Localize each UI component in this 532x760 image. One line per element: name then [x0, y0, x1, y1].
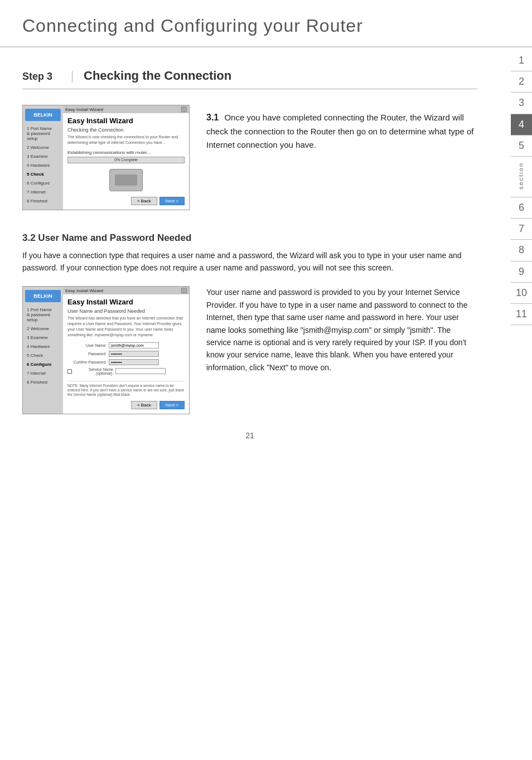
wizard-sidebar-item-2: 2 Welcome: [25, 144, 61, 151]
wizard-titlebar-text-2: Easy Install Wizard: [65, 288, 103, 293]
main-content: Step 3 Checking the Connection BELKIN 1 …: [0, 47, 511, 462]
form-row-username: User Name:: [67, 342, 185, 348]
tab-7[interactable]: 7: [511, 219, 532, 240]
wizard-buttons-2: < Back Next >: [67, 398, 185, 409]
page-title: Connecting and Configuring your Router: [22, 16, 510, 36]
wizard-back-btn-2[interactable]: < Back: [131, 401, 157, 409]
wizard-sidebar-item-4: 4 Hardware: [25, 162, 61, 169]
wizard-sidebar-item-5: 5 Check: [25, 171, 61, 178]
wizard-sidebar2-item-5: 5 Check: [25, 352, 61, 359]
wizard-sidebar2-item-6: 6 Configure: [25, 361, 61, 368]
wizard-titlebar-1: Easy Install Wizard: [63, 105, 189, 113]
form-label-confirm: Confirm Password:: [67, 360, 107, 364]
right-tabs: 1 2 3 4 5 section 6 7 8 9 10 11: [511, 50, 532, 325]
service-name-row: Service Name (optional):: [67, 367, 185, 375]
wizard-note-2: NOTE: Many Internet Providers don't requ…: [67, 381, 185, 398]
wizard-sidebar2-item-2: 2 Welcome: [25, 325, 61, 332]
step-31-paragraph: 3.1 Once you have completed connecting t…: [206, 110, 477, 152]
step-31-body: Once you have completed connecting the R…: [206, 113, 473, 149]
wizard-sidebar-1: BELKIN 1 Port Name& password setup 2 Wel…: [23, 105, 63, 210]
wizard-mockup-1: BELKIN 1 Port Name& password setup 2 Wel…: [22, 105, 190, 210]
form-input-confirm[interactable]: [109, 359, 159, 365]
section-32: 3.2 User Name and Password Needed If you…: [22, 233, 477, 414]
wizard-sidebar-item-6: 6 Configure: [25, 180, 61, 187]
wizard-sidebar2-item-3: 3 Examine: [25, 334, 61, 341]
section-32-title: 3.2 User Name and Password Needed: [22, 233, 477, 244]
wizard-next-btn-1[interactable]: Next >: [159, 197, 185, 205]
service-name-label: Service Name (optional):: [74, 367, 113, 375]
wizard-progress-bar-1: 0% Complete: [67, 157, 185, 163]
form-label-password: Password:: [67, 352, 107, 356]
wizard-titlebar-text-1: Easy Install Wizard: [65, 107, 103, 112]
form-row-password: Password:: [67, 351, 185, 357]
form-input-service[interactable]: [115, 368, 166, 374]
wizard-sidebar-item-8: 8 Finished: [25, 197, 61, 205]
form-input-username[interactable]: [109, 342, 159, 348]
step-31-text-block: 3.1 Once you have completed connecting t…: [206, 105, 477, 210]
tab-4[interactable]: 4: [511, 114, 532, 135]
wizard-sidebar-item-3: 3 Examine: [25, 153, 61, 160]
wizard-close-btn-1[interactable]: [181, 107, 187, 112]
wizard-back-btn-1[interactable]: < Back: [131, 197, 157, 205]
wizard-desc-1: The Wizard is now checking the connectio…: [67, 134, 185, 146]
wizard-sidebar-logo-2: BELKIN: [25, 290, 61, 302]
wizard-progress-label-1: Establishing communications with router.…: [67, 150, 185, 155]
service-name-checkbox[interactable]: [67, 369, 72, 374]
tab-2[interactable]: 2: [511, 71, 532, 93]
wizard-heading-1: Easy Install Wizard: [67, 117, 185, 125]
wizard-sidebar-item-1: 1 Port Name& password setup: [25, 125, 61, 142]
wizard-sidebar2-item-1: 1 Port Name& password setup: [25, 306, 61, 323]
wizard-sidebar2-item-7: 7 Internet: [25, 370, 61, 377]
tab-section-label: section: [511, 157, 532, 197]
wizard-sidebar2-item-8: 8 Finished: [25, 379, 61, 386]
wizard-heading-2: Easy Install Wizard: [67, 298, 185, 306]
tab-1[interactable]: 1: [511, 50, 532, 71]
tab-11[interactable]: 11: [511, 304, 532, 325]
wizard-desc-2: The Wizard has detected that you have an…: [67, 316, 185, 337]
wizard-sidebar-2: BELKIN 1 Port Name& password setup 2 Wel…: [23, 287, 63, 414]
wizard-subheading-1: Checking the Connection: [67, 127, 185, 133]
tab-3[interactable]: 3: [511, 93, 532, 114]
step-31-number: 3.1: [206, 113, 219, 122]
wizard-progress-text-1: 0% Complete: [68, 157, 184, 163]
wizard-router-image-1: [109, 169, 143, 191]
wizard-main-1: Easy Install Wizard Easy Install Wizard …: [63, 105, 189, 210]
wizard-titlebar-2: Easy Install Wizard: [63, 287, 189, 294]
wizard-sidebar2-item-4: 4 Hardware: [25, 343, 61, 350]
page-number: 21: [22, 431, 477, 440]
section-32-body: Your user name and password is provided …: [206, 286, 477, 374]
section-32-content: BELKIN 1 Port Name& password setup 2 Wel…: [22, 286, 477, 414]
form-row-confirm: Confirm Password:: [67, 359, 185, 365]
form-input-password[interactable]: [109, 351, 159, 357]
section-label: section: [517, 162, 525, 190]
step-3-number: Step 3: [22, 71, 72, 83]
form-label-username: User Name:: [67, 343, 107, 347]
wizard-next-btn-2[interactable]: Next >: [159, 401, 185, 409]
wizard-buttons-1: < Back Next >: [67, 193, 185, 205]
wizard-sidebar-logo-1: BELKIN: [25, 109, 61, 121]
page-title-section: Connecting and Configuring your Router: [0, 0, 532, 47]
wizard-mockup-2: BELKIN 1 Port Name& password setup 2 Wel…: [22, 286, 190, 414]
step-31-content: BELKIN 1 Port Name& password setup 2 Wel…: [22, 105, 477, 210]
tab-9[interactable]: 9: [511, 262, 532, 283]
wizard-main-2: Easy Install Wizard Easy Install Wizard …: [63, 287, 189, 414]
tab-6[interactable]: 6: [511, 197, 532, 219]
step-3-title: Checking the Connection: [72, 69, 231, 83]
tab-10[interactable]: 10: [511, 283, 532, 304]
step-header: Step 3 Checking the Connection: [22, 69, 477, 89]
tab-8[interactable]: 8: [511, 240, 532, 261]
wizard-sidebar-item-7: 7 Internet: [25, 188, 61, 196]
wizard-subheading-2: User Name and Password Needed: [67, 308, 185, 314]
section-32-intro: If you have a connection type that requi…: [22, 249, 477, 274]
tab-5[interactable]: 5: [511, 135, 532, 157]
wizard-close-btn-2[interactable]: [181, 288, 187, 293]
